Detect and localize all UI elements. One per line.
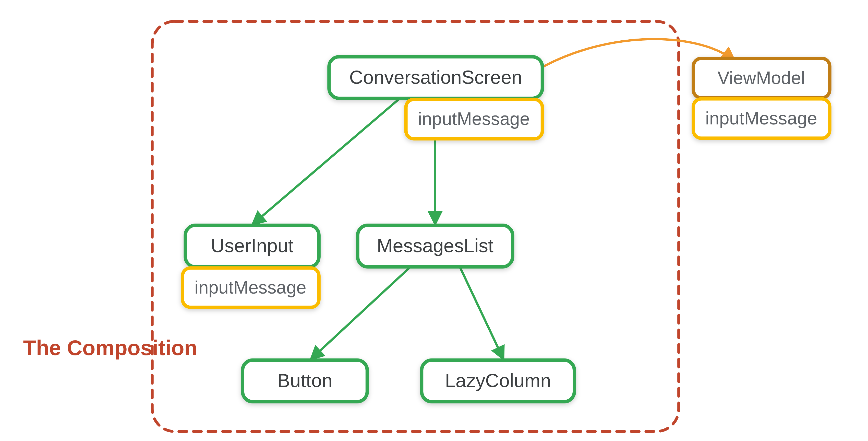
node-user-input-state: inputMessage	[183, 268, 319, 307]
composition-title: The Composition	[23, 336, 197, 360]
node-label: UserInput	[211, 235, 293, 256]
state-label: inputMessage	[194, 277, 306, 297]
node-label: LazyColumn	[445, 370, 551, 391]
node-view-model-state: inputMessage	[693, 99, 830, 138]
edge-messageslist-to-button	[310, 267, 410, 359]
state-label: inputMessage	[418, 109, 530, 129]
node-label: Button	[277, 370, 332, 391]
node-user-input: UserInput	[185, 225, 319, 267]
node-conversation-screen: ConversationScreen	[329, 57, 542, 98]
node-label: ViewModel	[717, 68, 805, 88]
node-button: Button	[243, 360, 367, 402]
edge-messageslist-to-lazycolumn	[460, 267, 504, 359]
node-label: ConversationScreen	[349, 66, 522, 88]
node-label: MessagesList	[377, 235, 494, 256]
node-lazy-column: LazyColumn	[422, 360, 575, 402]
node-view-model: ViewModel	[693, 59, 830, 98]
state-label: inputMessage	[705, 108, 817, 128]
node-messages-list: MessagesList	[358, 225, 513, 267]
edge-conversation-to-userinput	[252, 99, 399, 225]
node-conversation-screen-state: inputMessage	[406, 99, 542, 139]
